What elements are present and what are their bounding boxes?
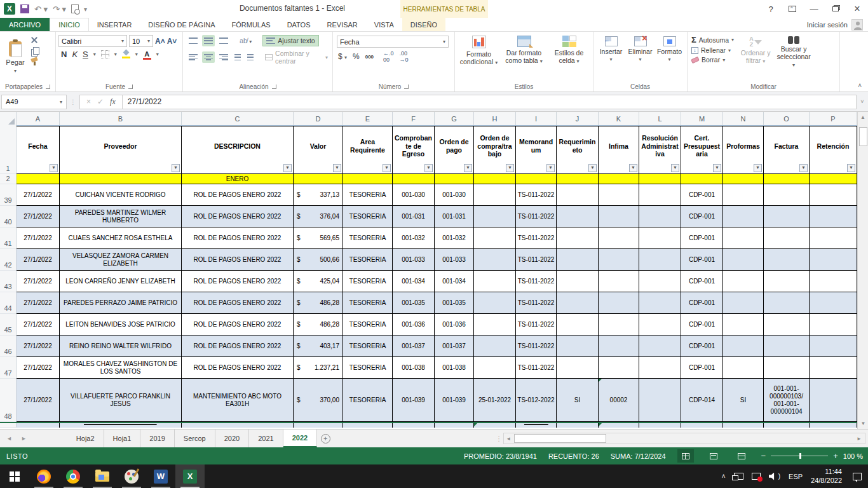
cell-M41[interactable]: CDP-001 <box>681 227 723 249</box>
underline-dropdown-icon[interactable]: ▾ <box>93 51 96 57</box>
number-dialog-launcher-icon[interactable] <box>404 85 409 89</box>
help-button[interactable]: ? <box>760 0 782 18</box>
filter-button-A[interactable]: ▼ <box>50 164 58 172</box>
taskbar-chrome[interactable] <box>58 464 88 488</box>
table-header-L[interactable]: Resolución Administrativa▼ <box>639 126 681 174</box>
sheet-tab-hoja1[interactable]: Hoja1 <box>104 430 141 447</box>
cancel-entry-icon[interactable]: × <box>86 97 91 106</box>
month-cell-K[interactable] <box>599 174 639 184</box>
cell-E42[interactable]: TESORERIA <box>343 249 393 271</box>
row-number-45[interactable]: 45 <box>0 314 17 336</box>
cell-M40[interactable]: CDP-001 <box>681 206 723 227</box>
month-cell-I[interactable] <box>516 174 557 184</box>
cell-I48[interactable]: TS-012-2022 <box>516 379 557 422</box>
cell-F48[interactable]: 001-039 <box>393 379 435 422</box>
column-header-G[interactable]: G <box>435 112 474 125</box>
partial-cell-A49[interactable] <box>17 423 60 428</box>
row-number-44[interactable]: 44 <box>0 292 17 314</box>
filter-button-O[interactable]: ▼ <box>799 164 808 172</box>
cell-H48[interactable]: 25-01-2022 <box>474 379 516 422</box>
scroll-down-icon[interactable]: ▼ <box>858 418 868 429</box>
cell-N45[interactable] <box>723 314 764 336</box>
orientation-button[interactable]: ab̸ ▾ <box>238 35 254 46</box>
cell-P43[interactable] <box>810 271 857 292</box>
cell-F44[interactable]: 001-035 <box>393 292 435 314</box>
month-cell-H[interactable] <box>474 174 516 184</box>
font-dialog-launcher-icon[interactable] <box>128 85 133 89</box>
row-number-43[interactable]: 43 <box>0 271 17 292</box>
view-page-break-button[interactable] <box>733 449 750 463</box>
speaker-icon[interactable] <box>769 473 776 480</box>
table-header-J[interactable]: Requerimineto▼ <box>557 126 599 174</box>
cell-P48[interactable] <box>810 379 857 422</box>
shrink-font-button[interactable]: A˅ <box>167 37 177 46</box>
cell-E43[interactable]: TESORERIA <box>343 271 393 292</box>
taskbar-file-explorer[interactable] <box>88 464 117 488</box>
column-header-N[interactable]: N <box>723 112 764 125</box>
cell-N46[interactable] <box>723 336 764 357</box>
cell-D45[interactable]: $486,28 <box>294 314 343 336</box>
alignment-dialog-launcher-icon[interactable] <box>272 85 276 89</box>
sheet-tab-2020[interactable]: 2020 <box>215 430 249 447</box>
expand-formula-bar-icon[interactable]: ˅ <box>857 98 868 105</box>
cell-C40[interactable]: ROL DE PAGOS ENERO 2022 <box>182 206 294 227</box>
ribbon-tab-revisar[interactable]: REVISAR <box>319 18 366 31</box>
cell-J48[interactable]: SI <box>557 379 599 422</box>
scroll-up-icon[interactable]: ▲ <box>858 112 868 123</box>
sheet-tab-2022[interactable]: 2022 <box>283 430 317 447</box>
cell-J46[interactable] <box>557 336 599 357</box>
collapse-ribbon-icon[interactable]: ˄ <box>858 82 862 89</box>
partial-cell-P49[interactable] <box>810 423 857 428</box>
filter-button-E[interactable]: ▼ <box>383 164 391 172</box>
month-cell-E[interactable] <box>343 174 393 184</box>
table-header-M[interactable]: Cert. Presupuestaria▼ <box>681 126 723 174</box>
cell-F41[interactable]: 001-032 <box>393 227 435 249</box>
row-number-2[interactable]: 2 <box>0 174 17 184</box>
cell-C48[interactable]: MANTENIMIENTO ABC MOTO EA301H <box>182 379 294 422</box>
name-box-dropdown-icon[interactable]: ▾ <box>60 99 62 105</box>
row-number-47[interactable]: 47 <box>0 357 17 379</box>
format-painter-icon[interactable] <box>31 58 38 65</box>
cell-B47[interactable]: MORALES CHAVEZ WASHINGTON DE LOS SANTOS <box>60 357 182 379</box>
table-header-K[interactable]: Infima▼ <box>599 126 639 174</box>
cell-G46[interactable]: 001-037 <box>435 336 474 357</box>
cell-H42[interactable] <box>474 249 516 271</box>
cell-N40[interactable] <box>723 206 764 227</box>
cell-I43[interactable]: TS-011-2022 <box>516 271 557 292</box>
sheet-tab-2019[interactable]: 2019 <box>140 430 174 447</box>
row-number-46[interactable]: 46 <box>0 336 17 357</box>
percent-style-button[interactable]: % <box>353 52 360 61</box>
cell-C43[interactable]: ROL DE PAGOS ENERO 2022 <box>182 271 294 292</box>
cut-icon[interactable] <box>31 36 38 44</box>
cell-E46[interactable]: TESORERIA <box>343 336 393 357</box>
cell-K42[interactable] <box>599 249 639 271</box>
month-cell-M[interactable] <box>681 174 723 184</box>
cell-L48[interactable] <box>639 379 681 422</box>
taskbar-excel[interactable]: X <box>175 464 205 488</box>
partial-cell-B49[interactable] <box>60 423 182 428</box>
cell-N48[interactable]: SI <box>723 379 764 422</box>
restore-button[interactable] <box>825 0 846 18</box>
view-normal-button[interactable] <box>677 449 694 463</box>
table-header-H[interactable]: Orden de compra/trabajo▼ <box>474 126 516 174</box>
cell-M45[interactable]: CDP-001 <box>681 314 723 336</box>
row-number-42[interactable]: 42 <box>0 249 17 271</box>
cell-G44[interactable]: 001-035 <box>435 292 474 314</box>
ribbon-tab-datos[interactable]: DATOS <box>279 18 319 31</box>
cell-O43[interactable] <box>764 271 810 292</box>
cell-F40[interactable]: 001-031 <box>393 206 435 227</box>
cell-L43[interactable] <box>639 271 681 292</box>
cell-I45[interactable]: TS-011-2022 <box>516 314 557 336</box>
cell-O45[interactable] <box>764 314 810 336</box>
cell-H40[interactable] <box>474 206 516 227</box>
table-header-D[interactable]: Valor▼ <box>294 126 343 174</box>
cell-I41[interactable]: TS-011-2022 <box>516 227 557 249</box>
column-header-B[interactable]: B <box>60 112 182 125</box>
number-format-select[interactable]: Fecha▾ <box>337 36 449 48</box>
table-header-O[interactable]: Factura▼ <box>764 126 810 174</box>
cell-P40[interactable] <box>810 206 857 227</box>
zoom-slider[interactable] <box>771 456 828 456</box>
cell-M48[interactable]: CDP-014 <box>681 379 723 422</box>
sheet-nav-left-icon[interactable]: ◄ <box>6 435 12 442</box>
insert-function-icon[interactable]: fx <box>110 97 116 107</box>
